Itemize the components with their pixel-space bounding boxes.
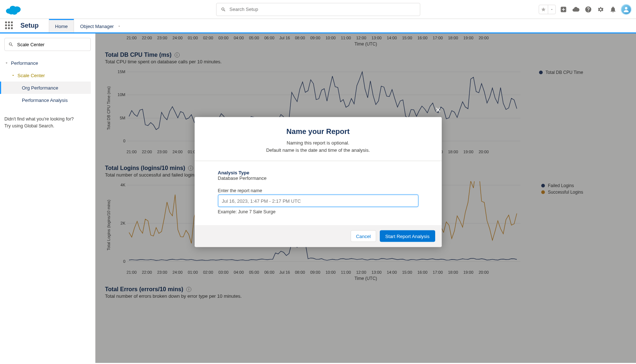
modal-header: Name your Report Naming this report is o… [195, 117, 442, 161]
global-search-input[interactable] [230, 7, 415, 12]
header-actions [539, 4, 632, 15]
sidebar-quickfind[interactable] [4, 38, 91, 51]
astro-icon [623, 6, 630, 13]
salesforce-logo [4, 3, 23, 16]
chevron-down-icon [550, 8, 554, 11]
tree-label: Performance [11, 60, 38, 66]
search-icon [8, 42, 13, 47]
create-button[interactable] [559, 5, 568, 14]
plus-icon [560, 6, 567, 13]
analysis-type-value: Database Performance [218, 175, 418, 181]
setup-gear-button[interactable] [596, 5, 605, 14]
modal-subtitle-line: Naming this report is optional. [206, 139, 430, 147]
tree-item-performance[interactable]: Performance [4, 57, 91, 69]
global-search[interactable] [216, 3, 420, 16]
svg-point-4 [9, 10, 14, 15]
report-name-label: Enter the report name [218, 188, 418, 193]
tab-object-manager-label: Object Manager [80, 24, 114, 29]
svg-point-6 [625, 7, 628, 9]
search-icon [221, 7, 226, 12]
sidebar-quickfind-input[interactable] [17, 42, 87, 47]
context-bar: Setup Home Object Manager [0, 19, 636, 33]
setup-sidebar: Performance Scale Center Org Performance… [0, 33, 95, 363]
notifications-button[interactable] [608, 5, 618, 14]
tree-item-scale-center[interactable]: Scale Center [4, 69, 91, 82]
sidebar-footer-line: Didn't find what you're looking for? [4, 116, 91, 123]
report-name-example: Example: June 7 Sale Surge [218, 209, 418, 214]
cancel-button[interactable]: Cancel [351, 230, 376, 242]
chevron-down-icon [11, 73, 15, 78]
tree-label: Org Performance [22, 85, 58, 91]
tab-home[interactable]: Home [49, 19, 74, 32]
modal-close-button[interactable] [433, 104, 443, 117]
modal-body: Analysis Type Database Performance Enter… [195, 161, 442, 225]
app-launcher-icon[interactable] [5, 21, 14, 30]
tree-label: Scale Center [17, 73, 45, 78]
help-button[interactable] [584, 5, 593, 14]
close-icon [434, 106, 442, 114]
start-report-analysis-button[interactable]: Start Report Analysis [380, 230, 435, 242]
modal-subtitle-line: Default name is the date and time of the… [206, 146, 430, 154]
modal-footer: Cancel Start Report Analysis [195, 225, 442, 247]
tree-item-org-performance[interactable]: Org Performance [0, 82, 91, 94]
favorites-combo[interactable] [539, 5, 556, 14]
question-icon [585, 6, 592, 13]
sidebar-footer-line: Try using Global Search. [4, 123, 91, 130]
sidebar-footer: Didn't find what you're looking for? Try… [4, 116, 91, 130]
user-avatar[interactable] [621, 4, 632, 15]
global-header [0, 0, 636, 19]
modal-title: Name your Report [206, 127, 430, 136]
salesforce-help-button[interactable] [571, 5, 581, 14]
app-name: Setup [20, 22, 39, 29]
tree-label: Performance Analysis [22, 98, 68, 103]
tree-item-performance-analysis[interactable]: Performance Analysis [4, 94, 91, 106]
report-name-input[interactable] [218, 195, 418, 207]
chevron-down-icon [117, 24, 121, 28]
chevron-down-icon [4, 61, 9, 65]
tab-object-manager[interactable]: Object Manager [74, 19, 128, 32]
name-report-modal: Name your Report Naming this report is o… [195, 117, 442, 247]
cloud-icon [572, 6, 580, 13]
analysis-type-label: Analysis Type [218, 170, 418, 175]
star-icon [541, 7, 546, 12]
gear-icon [597, 6, 604, 13]
bell-icon [609, 6, 617, 13]
